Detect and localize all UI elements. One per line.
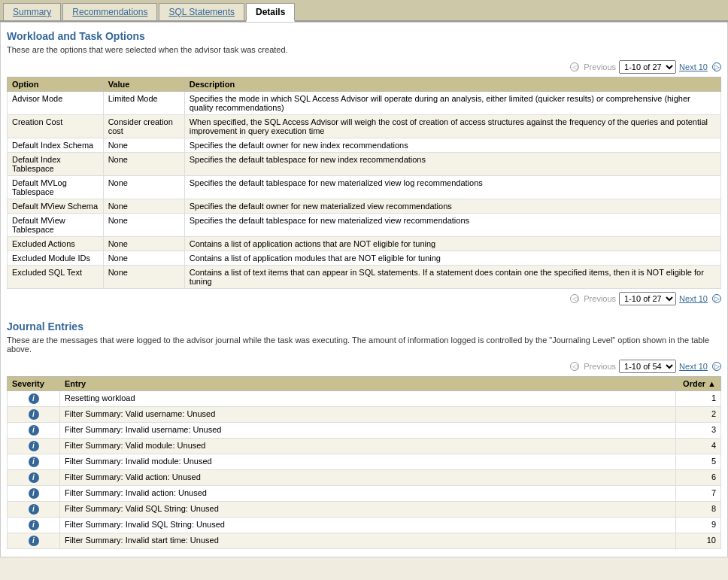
next-label-top[interactable]: Next 10 <box>679 62 708 71</box>
entry-cell: Filter Summary: Invalid action: Unused <box>60 486 676 502</box>
table-row: Excluded SQL Text None Contains a list o… <box>8 266 721 289</box>
entry-cell: Filter Summary: Valid username: Unused <box>60 407 676 423</box>
entry-cell: Filter Summary: Valid action: Unused <box>60 470 676 486</box>
severity-col: i <box>8 470 60 486</box>
journal-table: Severity Entry Order ▲ i Resetting workl… <box>7 376 721 549</box>
list-item: i Filter Summary: Valid username: Unused… <box>8 407 721 423</box>
list-item: i Filter Summary: Invalid SQL String: Un… <box>8 518 721 533</box>
severity-col: i <box>8 518 60 533</box>
col-description: Description <box>184 77 720 92</box>
journal-title: Journal Entries <box>7 320 721 333</box>
prev-icon-bottom: ◁ <box>570 294 579 303</box>
col-order: Order ▲ <box>676 377 721 391</box>
option-cell: Default Index Tablespace <box>8 153 104 176</box>
order-cell: 2 <box>676 407 721 423</box>
workload-section: Workload and Task Options These are the … <box>7 30 721 305</box>
tab-summary[interactable]: Summary <box>3 3 61 20</box>
entry-cell: Filter Summary: Invalid username: Unused <box>60 423 676 439</box>
option-cell: Default Index Schema <box>8 138 104 153</box>
entry-cell: Filter Summary: Invalid start time: Unus… <box>60 533 676 549</box>
table-row: Default MVLog Tablespace None Specifies … <box>8 176 721 199</box>
page-select-bottom[interactable]: 1-10 of 27 <box>619 292 676 305</box>
entry-cell: Filter Summary: Invalid SQL String: Unus… <box>60 518 676 533</box>
list-item: i Filter Summary: Invalid action: Unused… <box>8 486 721 502</box>
tab-details[interactable]: Details <box>246 3 295 22</box>
journal-section: Journal Entries These are the messages t… <box>7 320 721 549</box>
table-row: Creation Cost Consider creation cost Whe… <box>8 115 721 138</box>
severity-col: i <box>8 502 60 518</box>
workload-table: Option Value Description Advisor Mode Li… <box>7 77 721 289</box>
order-cell: 6 <box>676 470 721 486</box>
info-icon: i <box>29 520 39 530</box>
severity-col: i <box>8 407 60 423</box>
journal-prev-icon: ◁ <box>570 362 579 371</box>
value-cell: None <box>103 199 184 214</box>
option-cell: Creation Cost <box>8 115 104 138</box>
workload-pagination-bottom: ◁ Previous 1-10 of 27 Next 10 ▷ <box>7 292 721 305</box>
option-cell: Excluded Actions <box>8 237 104 251</box>
severity-col: i <box>8 486 60 502</box>
entry-cell: Resetting workload <box>60 391 676 407</box>
col-option: Option <box>8 77 104 92</box>
option-cell: Excluded SQL Text <box>8 266 104 289</box>
value-cell: None <box>103 138 184 153</box>
info-icon: i <box>29 488 39 499</box>
page-select-top[interactable]: 1-10 of 27 <box>619 60 676 74</box>
value-cell: None <box>103 266 184 289</box>
table-row: Default Index Schema None Specifies the … <box>8 138 721 153</box>
list-item: i Filter Summary: Invalid username: Unus… <box>8 423 721 439</box>
severity-col: i <box>8 533 60 549</box>
tab-sql-statements[interactable]: SQL Statements <box>159 3 244 20</box>
workload-pagination-top: ◁ Previous 1-10 of 27 Next 10 ▷ <box>7 60 721 74</box>
previous-label-top: Previous <box>584 62 616 71</box>
description-cell: Specifies the default owner for new inde… <box>184 138 720 153</box>
tab-recommendations[interactable]: Recommendations <box>62 3 157 20</box>
option-cell: Excluded Module IDs <box>8 251 104 266</box>
order-cell: 1 <box>676 391 721 407</box>
next-icon-top: ▷ <box>712 62 721 71</box>
severity-col: i <box>8 423 60 439</box>
description-cell: Contains a list of text items that can a… <box>184 266 720 289</box>
entry-cell: Filter Summary: Valid module: Unused <box>60 439 676 454</box>
info-icon: i <box>29 393 39 404</box>
info-icon: i <box>29 425 39 436</box>
value-cell: None <box>103 237 184 251</box>
next-label-bottom[interactable]: Next 10 <box>679 294 708 303</box>
order-cell: 3 <box>676 423 721 439</box>
description-cell: Specifies the default tablespace for new… <box>184 214 720 237</box>
next-icon-bottom: ▷ <box>712 294 721 303</box>
info-icon: i <box>29 536 39 546</box>
info-icon: i <box>29 472 39 483</box>
journal-page-select[interactable]: 1-10 of 54 <box>619 360 676 373</box>
info-icon: i <box>29 409 39 420</box>
journal-next-label[interactable]: Next 10 <box>679 362 708 371</box>
table-row: Excluded Module IDs None Contains a list… <box>8 251 721 266</box>
description-cell: Specifies the default tablespace for new… <box>184 176 720 199</box>
info-icon: i <box>29 457 39 467</box>
list-item: i Resetting workload 1 <box>8 391 721 407</box>
col-value: Value <box>103 77 184 92</box>
list-item: i Filter Summary: Valid module: Unused 4 <box>8 439 721 454</box>
order-cell: 7 <box>676 486 721 502</box>
table-row: Default MView Schema None Specifies the … <box>8 199 721 214</box>
list-item: i Filter Summary: Invalid start time: Un… <box>8 533 721 549</box>
option-cell: Default MView Tablespace <box>8 214 104 237</box>
previous-label-bottom: Previous <box>584 294 616 303</box>
option-cell: Default MVLog Tablespace <box>8 176 104 199</box>
order-cell: 8 <box>676 502 721 518</box>
severity-col: i <box>8 454 60 470</box>
table-row: Excluded Actions None Contains a list of… <box>8 237 721 251</box>
journal-next-icon: ▷ <box>712 362 721 371</box>
list-item: i Filter Summary: Invalid module: Unused… <box>8 454 721 470</box>
description-cell: Specifies the default tablespace for new… <box>184 153 720 176</box>
journal-desc: These are the messages that were logged … <box>7 336 721 354</box>
value-cell: None <box>103 176 184 199</box>
value-cell: Limited Mode <box>103 92 184 115</box>
value-cell: None <box>103 251 184 266</box>
workload-desc: These are the options that were selected… <box>7 45 721 54</box>
prev-icon-top: ◁ <box>570 62 579 71</box>
info-icon: i <box>29 504 39 515</box>
description-cell: When specified, the SQL Access Advisor w… <box>184 115 720 138</box>
order-cell: 10 <box>676 533 721 549</box>
order-cell: 5 <box>676 454 721 470</box>
